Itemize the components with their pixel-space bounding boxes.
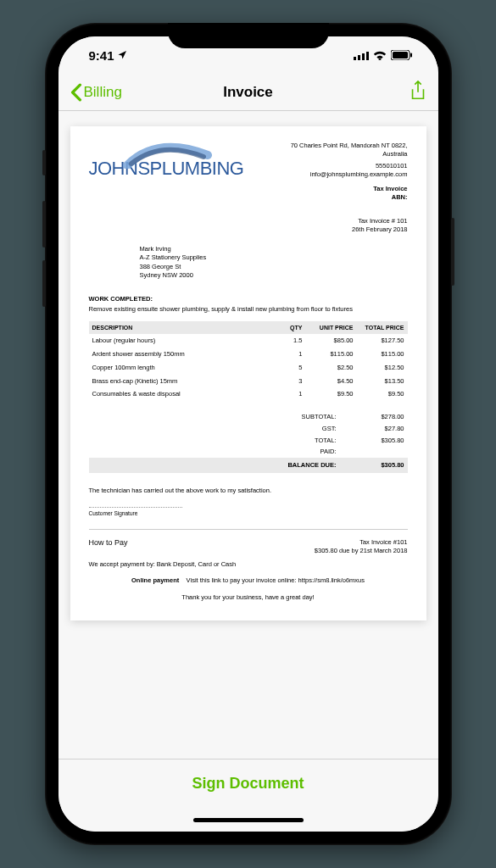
table-row: Ardent shower assembly 150mm1$115.00$115… <box>89 348 408 361</box>
customer-city: Sydney NSW 2000 <box>140 271 408 280</box>
company-logo: JOHNSPLUMBING <box>89 157 265 181</box>
payment-invoice-ref: Tax Invoice #101 <box>315 538 408 547</box>
share-button[interactable] <box>410 81 426 104</box>
signature-label: Customer Signature <box>89 510 408 517</box>
document-viewport[interactable]: JOHNSPLUMBING 70 Charles Point Rd, Mando… <box>59 111 438 759</box>
table-row: Copper 100mm length5$2.50$12.50 <box>89 361 408 375</box>
totals-block: SUBTOTAL:$278.00 GST:$27.80 TOTAL:$305.8… <box>89 411 408 473</box>
sign-document-label: Sign Document <box>192 775 304 793</box>
company-address-2: Australia <box>291 150 408 159</box>
svg-rect-5 <box>393 52 408 58</box>
balance-due-value: $305.80 <box>354 461 404 470</box>
company-address-1: 70 Charles Point Rd, Mandorah NT 0822, <box>291 142 408 150</box>
th-total-price: TOTAL PRICE <box>357 321 408 334</box>
online-payment-text: Visit this link to pay your invoice onli… <box>187 576 365 584</box>
chevron-left-icon <box>70 83 82 102</box>
back-label: Billing <box>84 84 122 101</box>
invoice-number: Tax Invoice # 101 <box>89 217 408 225</box>
th-qty: QTY <box>272 321 306 334</box>
table-row: Labour (regular hours)1.5$85.00$127.50 <box>89 334 408 348</box>
svg-rect-6 <box>410 53 412 58</box>
company-email: info@johnsplumbing.example.com <box>291 170 408 179</box>
satisfaction-text: The technician has carried out the above… <box>89 487 408 495</box>
svg-rect-0 <box>354 57 356 60</box>
page-title: Invoice <box>223 84 273 101</box>
signal-icon <box>354 51 369 60</box>
svg-rect-2 <box>362 53 365 60</box>
battery-icon <box>391 50 413 60</box>
table-row: Brass end-cap (Kinetic) 15mm3$4.50$13.50 <box>89 375 408 388</box>
thank-you-text: Thank you for your business, have a grea… <box>89 593 408 602</box>
sign-document-button[interactable]: Sign Document <box>59 759 438 808</box>
tax-invoice-label: Tax Invoice <box>291 185 408 193</box>
work-description: Remove existing ensuite shower plumbing,… <box>89 305 408 314</box>
payment-due: $305.80 due by 21st March 2018 <box>315 547 408 555</box>
status-time: 9:41 <box>89 48 114 63</box>
th-unit-price: UNIT PRICE <box>306 321 357 334</box>
how-to-pay-title: How to Pay <box>89 538 128 555</box>
line-items-table: DESCRIPTION QTY UNIT PRICE TOTAL PRICE L… <box>89 321 408 401</box>
customer-company: A-Z Stationery Supplies <box>140 253 408 262</box>
invoice-document: JOHNSPLUMBING 70 Charles Point Rd, Mando… <box>70 126 426 620</box>
back-button[interactable]: Billing <box>70 83 122 102</box>
navigation-bar: Billing Invoice <box>59 74 438 111</box>
th-description: DESCRIPTION <box>89 321 272 334</box>
signature-line <box>89 507 182 508</box>
svg-rect-1 <box>358 55 360 60</box>
table-row: Consumables & waste disposal1$9.50$9.50 <box>89 387 408 401</box>
share-icon <box>410 81 426 101</box>
customer-name: Mark Irving <box>140 245 408 253</box>
payment-methods: We accept payment by: Bank Deposit, Card… <box>89 560 408 569</box>
invoice-date: 26th February 2018 <box>89 225 408 234</box>
phone-frame: 9:41 Billing Invoice <box>45 23 452 845</box>
abn-label: ABN: <box>291 193 408 202</box>
customer-street: 388 George St <box>140 263 408 271</box>
work-completed-label: WORK COMPLETED: <box>89 295 408 303</box>
phone-screen: 9:41 Billing Invoice <box>59 36 438 832</box>
balance-due-label: BALANCE DUE: <box>260 461 337 470</box>
phone-notch <box>168 23 329 48</box>
online-payment-label: Online payment <box>131 576 179 584</box>
home-indicator[interactable] <box>59 808 438 832</box>
location-icon <box>117 50 127 60</box>
svg-rect-3 <box>366 52 369 60</box>
company-phone: 555010101 <box>291 162 408 170</box>
wifi-icon <box>373 50 387 60</box>
